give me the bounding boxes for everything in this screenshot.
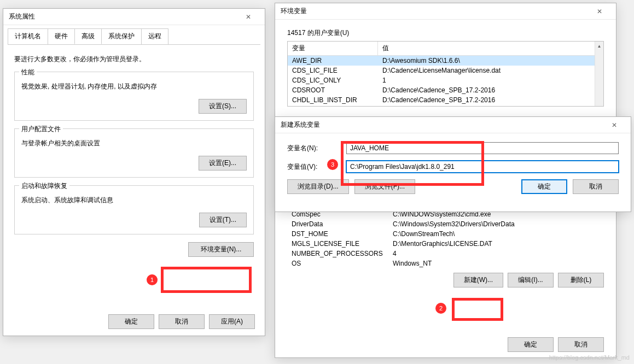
group-title-startup: 启动和故障恢复 bbox=[19, 181, 69, 191]
titlebar: 环境变量 ✕ bbox=[275, 3, 616, 20]
user-profiles-group: 用户配置文件 与登录帐户相关的桌面设置 设置(E)... bbox=[14, 128, 254, 178]
tab-bar: 计算机名 硬件 高级 系统保护 远程 bbox=[3, 25, 265, 44]
dialog-title: 新建系统变量 bbox=[281, 120, 320, 130]
cell-variable: MGLS_LICENSE_FILE bbox=[287, 239, 388, 249]
edit-button[interactable]: 编辑(I)... bbox=[508, 273, 554, 287]
dialog-button-row: 确定 取消 应用(A) bbox=[108, 314, 255, 329]
cell-variable: CHDL_LIB_INST_DIR bbox=[288, 95, 378, 105]
cell-value: C:\Windows\System32\Drivers\DriverData bbox=[388, 219, 604, 229]
variable-value-label: 变量值(V): bbox=[287, 162, 346, 172]
group-title-perf: 性能 bbox=[19, 68, 37, 77]
scrollbar[interactable]: ▲ bbox=[595, 42, 603, 106]
browse-dir-button[interactable]: 浏览目录(D)... bbox=[287, 179, 349, 194]
profiles-text: 与登录帐户相关的桌面设置 bbox=[21, 139, 247, 148]
delete-button[interactable]: 删除(L) bbox=[558, 273, 604, 287]
titlebar: 新建系统变量 ✕ bbox=[275, 117, 631, 133]
cell-variable: CDSROOT bbox=[288, 85, 378, 95]
variable-name-input[interactable] bbox=[346, 142, 619, 154]
perf-text: 视觉效果, 处理器计划, 内存使用, 以及虚拟内存 bbox=[21, 82, 247, 91]
cell-value: D:\Awesomium SDK\1.6.6\ bbox=[378, 56, 603, 66]
ok-button[interactable]: 确定 bbox=[521, 179, 567, 194]
variable-name-label: 变量名(N): bbox=[287, 144, 346, 153]
variable-value-input[interactable] bbox=[346, 161, 619, 173]
new-system-variable-dialog: 新建系统变量 ✕ 变量名(N): 变量值(V): 浏览目录(D)... 浏览文件… bbox=[275, 116, 631, 212]
ok-button[interactable]: 确定 bbox=[108, 314, 154, 329]
titlebar: 系统属性 ✕ bbox=[3, 9, 265, 25]
profiles-settings-button[interactable]: 设置(E)... bbox=[199, 156, 247, 171]
cell-value: D:\MentorGraphics\LICENSE.DAT bbox=[388, 239, 604, 249]
performance-group: 性能 视觉效果, 处理器计划, 内存使用, 以及虚拟内存 设置(S)... bbox=[14, 72, 254, 121]
user-variables-list[interactable]: 变量 值 AWE_DIRD:\Awesomium SDK\1.6.6\CDS_L… bbox=[287, 41, 604, 107]
table-row[interactable]: CDS_LIC_FILED:\Cadence\LicenseManager\li… bbox=[288, 66, 603, 75]
new-button[interactable]: 新建(W)... bbox=[453, 273, 503, 287]
scroll-up-icon[interactable]: ▲ bbox=[595, 42, 603, 50]
cancel-button[interactable]: 取消 bbox=[159, 314, 205, 329]
col-variable[interactable]: 变量 bbox=[288, 42, 378, 55]
cell-value: D:\Cadence\Cadence_SPB_17.2-2016 bbox=[378, 85, 603, 95]
cell-value: Windows_NT bbox=[388, 259, 604, 268]
ok-button[interactable]: 确定 bbox=[508, 337, 554, 352]
dialog-title: 环境变量 bbox=[281, 7, 307, 16]
table-row[interactable]: MGLS_LICENSE_FILED:\MentorGraphics\LICEN… bbox=[287, 239, 604, 249]
tab-content: 要进行大多数更改，你必须作为管理员登录。 性能 视觉效果, 处理器计划, 内存使… bbox=[3, 45, 265, 262]
tab-remote[interactable]: 远程 bbox=[141, 28, 168, 44]
table-row[interactable]: OSWindows_NT bbox=[287, 259, 604, 268]
watermark-text: https://blog.csdn.net/Mark_md bbox=[549, 354, 630, 361]
apply-button[interactable]: 应用(A) bbox=[209, 314, 255, 329]
environment-variables-button[interactable]: 环境变量(N)... bbox=[188, 242, 254, 257]
group-title-profiles: 用户配置文件 bbox=[19, 125, 63, 134]
perf-settings-button[interactable]: 设置(S)... bbox=[199, 99, 247, 114]
cell-variable: CDS_LIC_FILE bbox=[288, 66, 378, 75]
cell-value: D:\Cadence\LicenseManager\license.dat bbox=[378, 66, 603, 75]
table-row[interactable]: DST_HOMEC:\DownStreamTech\ bbox=[287, 229, 604, 239]
system-properties-dialog: 系统属性 ✕ 计算机名 硬件 高级 系统保护 远程 要进行大多数更改，你必须作为… bbox=[3, 8, 265, 336]
table-row[interactable]: CDS_LIC_ONLY1 bbox=[288, 75, 603, 85]
cell-variable: CDS_LIC_ONLY bbox=[288, 75, 378, 85]
close-icon[interactable]: ✕ bbox=[237, 9, 259, 25]
list-header: 变量 值 bbox=[288, 42, 603, 56]
cell-variable: DST_HOME bbox=[287, 229, 388, 239]
table-row[interactable]: DriverDataC:\Windows\System32\Drivers\Dr… bbox=[287, 219, 604, 229]
dialog-button-row: 确定 取消 bbox=[508, 337, 604, 352]
cell-variable: AWE_DIR bbox=[288, 56, 378, 66]
cell-value: C:\DownStreamTech\ bbox=[388, 229, 604, 239]
cancel-button[interactable]: 取消 bbox=[573, 179, 619, 194]
system-vars-buttons: 新建(W)... 编辑(I)... 删除(L) bbox=[287, 273, 604, 287]
cell-value: D:\Cadence\Cadence_SPB_17.2-2016 bbox=[378, 95, 603, 105]
table-row[interactable]: CHDL_LIB_INST_DIRD:\Cadence\Cadence_SPB_… bbox=[288, 95, 603, 105]
table-row[interactable]: AWE_DIRD:\Awesomium SDK\1.6.6\ bbox=[288, 56, 603, 66]
tab-advanced[interactable]: 高级 bbox=[74, 28, 102, 44]
user-vars-label: 14517 的用户变量(U) bbox=[287, 28, 604, 38]
cancel-button[interactable]: 取消 bbox=[558, 337, 604, 352]
close-icon[interactable]: ✕ bbox=[603, 117, 625, 133]
table-row[interactable]: NUMBER_OF_PROCESSORS4 bbox=[287, 249, 604, 259]
table-row[interactable]: CDSROOTD:\Cadence\Cadence_SPB_17.2-2016 bbox=[288, 85, 603, 95]
cell-variable: DriverData bbox=[287, 219, 388, 229]
dialog-title: 系统属性 bbox=[9, 12, 35, 21]
startup-text: 系统启动、系统故障和调试信息 bbox=[21, 196, 247, 205]
cell-variable: NUMBER_OF_PROCESSORS bbox=[287, 249, 388, 259]
close-icon[interactable]: ✕ bbox=[589, 3, 610, 20]
cell-variable: OS bbox=[287, 259, 388, 268]
browse-file-button[interactable]: 浏览文件(F)... bbox=[354, 179, 415, 194]
col-value[interactable]: 值 bbox=[378, 42, 603, 55]
startup-recovery-group: 启动和故障恢复 系统启动、系统故障和调试信息 设置(T)... bbox=[14, 185, 254, 234]
tab-hardware[interactable]: 硬件 bbox=[48, 28, 75, 44]
cell-value: 4 bbox=[388, 249, 604, 259]
startup-settings-button[interactable]: 设置(T)... bbox=[199, 213, 247, 227]
cell-value: 1 bbox=[378, 75, 603, 85]
intro-text: 要进行大多数更改，你必须作为管理员登录。 bbox=[14, 55, 254, 64]
tab-computer-name[interactable]: 计算机名 bbox=[8, 28, 48, 44]
tab-system-protection[interactable]: 系统保护 bbox=[101, 28, 142, 44]
